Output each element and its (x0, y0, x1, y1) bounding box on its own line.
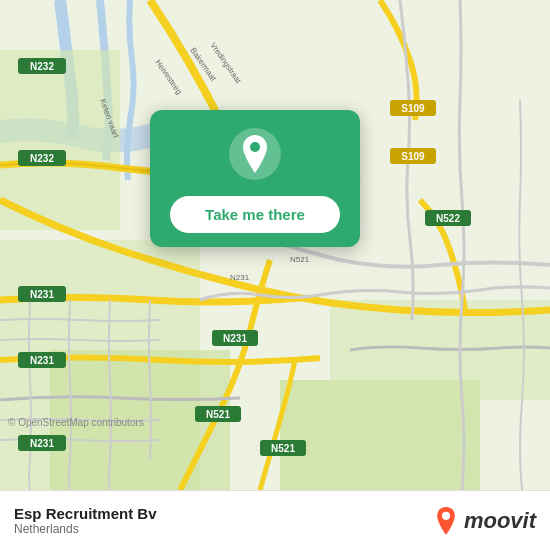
svg-rect-1 (0, 50, 120, 230)
bottom-bar: Esp Recruitment Bv Netherlands moovit (0, 490, 550, 550)
svg-text:N231: N231 (30, 438, 54, 449)
svg-text:N521: N521 (271, 443, 295, 454)
svg-text:N231: N231 (223, 333, 247, 344)
svg-text:N231: N231 (30, 355, 54, 366)
svg-text:N231: N231 (230, 273, 250, 282)
map-container: N232 N232 N231 N231 N231 N231 N521 N521 … (0, 0, 550, 490)
svg-text:S109: S109 (401, 103, 425, 114)
svg-text:N522: N522 (436, 213, 460, 224)
svg-text:N232: N232 (30, 61, 54, 72)
location-pin-icon (239, 135, 271, 173)
take-me-there-button[interactable]: Take me there (170, 196, 340, 233)
company-name: Esp Recruitment Bv (14, 505, 157, 522)
svg-text:N232: N232 (30, 153, 54, 164)
country-label: Netherlands (14, 522, 157, 536)
svg-point-35 (250, 142, 260, 152)
svg-text:N521: N521 (206, 409, 230, 420)
moovit-brand-label: moovit (464, 508, 536, 534)
popup-card: Take me there (150, 110, 360, 247)
moovit-logo: moovit (432, 507, 536, 535)
company-info: Esp Recruitment Bv Netherlands (14, 505, 157, 536)
svg-point-36 (442, 511, 450, 519)
svg-text:N521: N521 (290, 255, 310, 264)
svg-text:N231: N231 (30, 289, 54, 300)
location-icon-wrap (229, 128, 281, 180)
moovit-pin-icon (432, 507, 460, 535)
svg-text:S109: S109 (401, 151, 425, 162)
copyright-text: © OpenStreetMap contributors (8, 417, 144, 428)
